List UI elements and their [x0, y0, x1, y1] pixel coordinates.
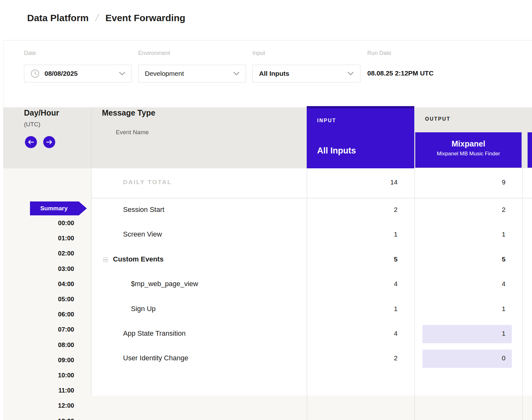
input-count-value: 2 — [334, 206, 398, 213]
table-row: Screen View11 — [91, 223, 532, 247]
event-row-label: Session Start — [123, 206, 164, 214]
hour-cell-0400[interactable]: 04:00 — [16, 279, 74, 288]
input-count-value: 2 — [334, 354, 398, 362]
event-row-label: Custom Events — [113, 255, 163, 263]
chevron-down-icon — [347, 72, 354, 75]
date-label: Date — [24, 50, 36, 57]
table-row: Session Start22 — [91, 198, 532, 223]
environment-dropdown[interactable]: Development — [138, 65, 246, 82]
breadcrumb-bar: Data Platform / Event Forwarding — [3, 0, 532, 40]
chevron-down-icon — [119, 72, 125, 75]
input-column-name: All Inputs — [317, 146, 356, 156]
event-row-label: App State Transition — [123, 329, 186, 338]
event-row-label: $mp_web_page_view — [131, 280, 198, 288]
hour-cell-1100[interactable]: 11:00 — [16, 386, 74, 395]
output-column-name: Mixpanel — [415, 132, 522, 148]
input-count-value: 1 — [334, 231, 398, 238]
hour-cell-0900[interactable]: 09:00 — [16, 356, 74, 364]
table-row: Sign Up11 — [91, 297, 532, 322]
input-count-value: 1 — [334, 305, 398, 313]
table-row: $mp_web_page_view44 — [91, 272, 532, 297]
message-type-header: Message Type — [102, 108, 155, 117]
collapse-icon[interactable] — [103, 257, 108, 262]
hour-cell-0200[interactable]: 02:00 — [16, 249, 74, 258]
run-date-label: Run Date — [367, 50, 391, 57]
output-count-value: 1 — [442, 305, 505, 313]
input-column-accent-strip — [307, 106, 414, 108]
page-title: Event Forwarding — [105, 13, 185, 23]
next-output-column-clipped — [528, 132, 532, 168]
summary-row-badge[interactable]: Summary — [30, 201, 87, 215]
summary-label: Summary — [40, 205, 68, 212]
hour-cell-0300[interactable]: 03:00 — [16, 264, 74, 273]
output-group-label: OUTPUT — [425, 116, 451, 122]
environment-value: Development — [145, 70, 184, 77]
date-value: 08/08/2025 — [44, 70, 78, 77]
daily-total-output-value: 9 — [442, 178, 505, 186]
output-column-subtitle: Mixpanel MB Music Finder — [415, 148, 522, 157]
output-count-value: 1 — [442, 231, 505, 238]
next-day-button[interactable] — [43, 136, 55, 148]
hour-cell-1300[interactable]: 13:00 — [16, 417, 74, 420]
input-count-value: 4 — [334, 280, 398, 288]
day-hour-header: Day/Hour — [24, 108, 59, 117]
hour-cell-0000[interactable]: 00:00 — [16, 219, 74, 227]
output-count-value: 4 — [442, 280, 505, 288]
table-row: User Identity Change20 — [91, 346, 532, 371]
chevron-down-icon — [233, 72, 239, 75]
event-row-label: Sign Up — [131, 305, 156, 313]
input-dropdown[interactable]: All Inputs — [252, 65, 360, 82]
output-count-value: 2 — [442, 206, 505, 213]
daily-total-label: DAILY TOTAL — [123, 179, 172, 186]
clock-icon — [31, 69, 39, 78]
day-hour-subtitle: (UTC) — [24, 121, 40, 128]
breadcrumb-separator: / — [94, 12, 100, 24]
event-forwarding-page: Data Platform / Event Forwarding Date 08… — [0, 0, 532, 420]
output-column-header-mixpanel[interactable]: Mixpanel Mixpanel MB Music Finder — [415, 132, 522, 168]
prev-day-button[interactable] — [25, 136, 37, 148]
input-column-header: INPUT All Inputs — [307, 106, 414, 168]
event-name-subtitle: Event Name — [116, 129, 149, 136]
output-count-value: 1 — [442, 330, 505, 337]
arrow-left-icon — [28, 140, 34, 145]
hour-cell-1000[interactable]: 10:00 — [16, 371, 74, 380]
input-count-value: 5 — [334, 255, 398, 263]
input-value: All Inputs — [259, 70, 289, 77]
arrow-right-icon — [46, 140, 52, 145]
hour-cell-0100[interactable]: 01:00 — [16, 234, 74, 243]
hour-cell-0500[interactable]: 05:00 — [16, 295, 74, 303]
input-group-label: INPUT — [317, 118, 336, 123]
hour-cell-1200[interactable]: 12:00 — [16, 401, 74, 410]
event-row-label: Screen View — [123, 230, 162, 238]
table-footer-area — [91, 396, 532, 420]
daily-total-input-value: 14 — [334, 178, 398, 186]
hour-cell-0600[interactable]: 06:00 — [16, 310, 74, 319]
breadcrumb-section[interactable]: Data Platform — [27, 13, 89, 23]
output-count-value: 5 — [442, 255, 505, 263]
hour-cell-0800[interactable]: 08:00 — [16, 340, 74, 349]
breadcrumb: Data Platform / Event Forwarding — [27, 12, 185, 24]
event-row-label: User Identity Change — [123, 354, 188, 362]
output-count-value: 0 — [442, 354, 505, 362]
table-row: Custom Events55 — [91, 248, 532, 272]
environment-label: Environment — [138, 50, 170, 57]
table-row: App State Transition41 — [91, 322, 532, 346]
run-date-value: 08.08.25 2:12PM UTC — [367, 69, 434, 77]
input-count-value: 4 — [334, 330, 398, 337]
hour-cell-0700[interactable]: 07:00 — [16, 325, 74, 334]
input-label: Input — [252, 50, 265, 57]
date-dropdown[interactable]: 08/08/2025 — [24, 65, 132, 82]
